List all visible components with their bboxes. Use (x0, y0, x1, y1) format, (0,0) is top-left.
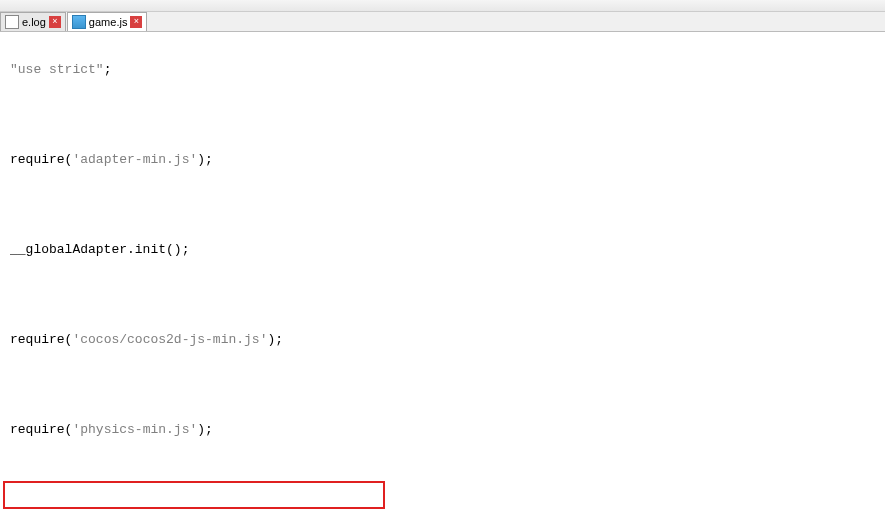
code-editor[interactable]: "use strict"; require('adapter-min.js');… (0, 32, 885, 513)
code-text: require( (10, 332, 72, 347)
tab-label: e.log (22, 16, 46, 28)
close-icon[interactable]: × (49, 16, 61, 28)
js-file-icon (72, 15, 86, 29)
tab-label: game.js (89, 16, 128, 28)
code-text: require( (10, 152, 72, 167)
code-text: ; (104, 62, 112, 77)
toolbar (0, 0, 885, 12)
close-icon[interactable]: × (130, 16, 142, 28)
tab-bar: e.log × game.js × (0, 12, 885, 32)
tab-log[interactable]: e.log × (0, 12, 66, 31)
code-string: 'physics-min.js' (72, 422, 197, 437)
annotation-box (3, 481, 385, 509)
code-string: 'adapter-min.js' (72, 152, 197, 167)
code-text: ); (197, 422, 213, 437)
code-text: ); (197, 152, 213, 167)
code-text: ); (267, 332, 283, 347)
code-string: 'cocos/cocos2d-js-min.js' (72, 332, 267, 347)
code-string: "use strict" (10, 62, 104, 77)
tab-game-js[interactable]: game.js × (67, 12, 148, 31)
file-icon (5, 15, 19, 29)
code-text: require( (10, 422, 72, 437)
code-text: __globalAdapter.init(); (10, 242, 189, 257)
